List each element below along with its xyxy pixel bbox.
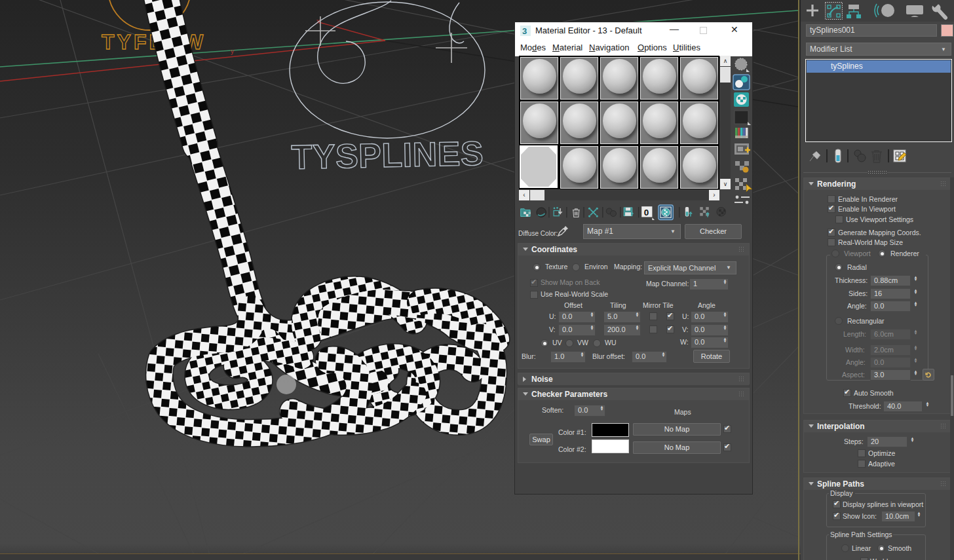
svg-text:0: 0 — [644, 208, 649, 217]
svg-text:y: y — [231, 48, 234, 55]
svg-text:3: 3 — [522, 26, 527, 36]
svg-text:TYSPLINES: TYSPLINES — [291, 134, 484, 176]
